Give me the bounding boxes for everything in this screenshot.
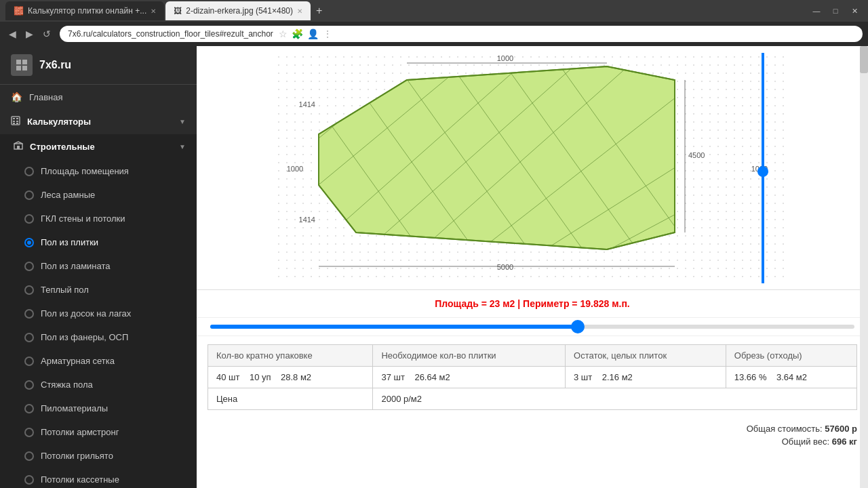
svg-text:1414: 1414 bbox=[299, 100, 315, 108]
chevron-calculators-icon: ▼ bbox=[179, 118, 186, 125]
address-bar: ◀ ▶ ↺ 7x6.ru/calculators_construction_fl… bbox=[0, 22, 868, 46]
radio-ceilings-cassette bbox=[24, 475, 34, 485]
radio-room-area bbox=[24, 167, 34, 176]
cell-waste: 13.66 % 3.64 м2 bbox=[726, 367, 856, 388]
svg-text:4500: 4500 bbox=[688, 151, 705, 159]
total-weight-label: Общий вес: bbox=[782, 436, 830, 447]
svg-rect-3 bbox=[22, 66, 27, 70]
sidebar-item-warm-floor[interactable]: Теплый пол bbox=[0, 278, 197, 302]
home-icon: 🏠 bbox=[11, 92, 22, 102]
sidebar-item-floor-plywood[interactable]: Пол из фанеры, ОСП bbox=[0, 325, 197, 349]
area-perimeter-text: Площадь = 23 м2 | Периметр = 19.828 м.п. bbox=[435, 298, 629, 309]
sidebar-item-floor-laminate-label: Пол из ламината bbox=[41, 261, 111, 271]
sidebar-item-floor-tile[interactable]: Пол из плитки bbox=[0, 230, 197, 254]
content-area: 1000 4500 5000 1414 1414 1000 1000 bbox=[197, 46, 868, 488]
floor-plan-canvas: 1000 4500 5000 1414 1414 1000 1000 bbox=[197, 46, 868, 290]
sidebar-item-floor-plywood-label: Пол из фанеры, ОСП bbox=[41, 332, 128, 342]
sidebar-item-floor-boards[interactable]: Пол из досок на лагах bbox=[0, 302, 197, 325]
cell-qty-pcs-packs-sqm: 40 шт 10 уп 28.8 м2 bbox=[208, 367, 373, 388]
sidebar-item-floor-tile-label: Пол из плитки bbox=[41, 237, 98, 247]
sidebar-item-scaffolding-label: Леса рамные bbox=[41, 190, 95, 200]
nav-buttons: ◀ ▶ ↺ bbox=[5, 27, 54, 41]
page-scrollbar[interactable] bbox=[860, 46, 868, 488]
radio-floor-screed bbox=[24, 380, 34, 390]
sidebar-item-room-area-label: Площадь помещения bbox=[41, 166, 129, 176]
sidebar-logo[interactable]: 7х6.ru bbox=[0, 46, 197, 85]
extensions-icon[interactable]: 🧩 bbox=[292, 28, 303, 39]
radio-floor-tile bbox=[24, 238, 34, 247]
svg-rect-0 bbox=[16, 60, 21, 64]
needed-pcs: 37 шт bbox=[381, 372, 404, 382]
table-row-data: 40 шт 10 уп 28.8 м2 37 шт 26.64 м2 3 шт bbox=[208, 367, 857, 388]
tab-1-close[interactable]: ✕ bbox=[151, 7, 156, 15]
sidebar-item-rebar-mesh[interactable]: Арматурная сетка bbox=[0, 349, 197, 373]
sidebar-item-room-area[interactable]: Площадь помещения bbox=[0, 159, 197, 183]
new-tab-button[interactable]: + bbox=[312, 5, 326, 17]
svg-rect-5 bbox=[13, 118, 15, 119]
page-scrollbar-thumb[interactable] bbox=[860, 46, 868, 73]
logo-icon bbox=[11, 54, 33, 76]
menu-icon[interactable]: ⋮ bbox=[323, 28, 332, 39]
back-button[interactable]: ◀ bbox=[5, 27, 20, 41]
remain-pcs: 3 шт bbox=[574, 372, 592, 382]
sidebar-item-home-label: Главная bbox=[29, 92, 62, 102]
sidebar-item-floor-laminate[interactable]: Пол из ламината bbox=[0, 254, 197, 278]
maximize-button[interactable]: □ bbox=[827, 3, 844, 19]
waste-sqm: 3.64 м2 bbox=[776, 372, 807, 382]
svg-rect-7 bbox=[13, 121, 15, 122]
svg-text:1000: 1000 bbox=[287, 165, 303, 173]
tab-2-favicon: 🖼 bbox=[174, 6, 182, 16]
sidebar-item-floor-screed[interactable]: Стяжка пола bbox=[0, 373, 197, 396]
slider-track[interactable] bbox=[210, 325, 854, 329]
svg-rect-1 bbox=[22, 60, 27, 64]
tab-2[interactable]: 🖼 2-dizain-erkera.jpg (541×480) ✕ bbox=[165, 1, 311, 20]
total-weight-value: 696 кг bbox=[832, 436, 857, 447]
bookmark-icon[interactable]: ☆ bbox=[279, 28, 288, 39]
sidebar-item-home[interactable]: 🏠 Главная bbox=[0, 85, 197, 109]
sidebar-item-rebar-mesh-label: Арматурная сетка bbox=[41, 356, 115, 366]
cell-remain: 3 шт 2.16 м2 bbox=[566, 367, 726, 388]
forward-button[interactable]: ▶ bbox=[22, 27, 37, 41]
svg-rect-9 bbox=[13, 123, 15, 124]
col-header-2: Необходимое кол-во плитки bbox=[373, 345, 566, 367]
col-header-3: Остаток, целых плиток bbox=[566, 345, 726, 367]
minimize-button[interactable]: — bbox=[808, 3, 825, 19]
svg-text:1000: 1000 bbox=[497, 54, 513, 62]
logo-text: 7х6.ru bbox=[39, 59, 71, 71]
sidebar-item-gkl-label: ГКЛ стены и потолки bbox=[41, 214, 125, 224]
construction-icon bbox=[14, 141, 23, 152]
sidebar-item-warm-floor-label: Теплый пол bbox=[41, 285, 89, 295]
sidebar-item-calculators-label: Калькуляторы bbox=[27, 117, 91, 127]
sidebar-item-ceilings-grill[interactable]: Потолки грильято bbox=[0, 444, 197, 468]
sidebar-item-ceilings-grill-label: Потолки грильято bbox=[41, 451, 113, 461]
radio-rebar-mesh bbox=[24, 357, 34, 366]
tab-1-label: Калькулятор плитки онлайн +... bbox=[28, 6, 146, 16]
slider-container bbox=[197, 318, 868, 336]
sidebar-item-construction[interactable]: Строительные ▼ bbox=[0, 134, 197, 159]
qty-pcs: 40 шт bbox=[216, 372, 239, 382]
sidebar-item-calculators[interactable]: Калькуляторы ▼ bbox=[0, 109, 197, 134]
url-box[interactable]: 7x6.ru/calculators_construction_floor_ti… bbox=[60, 26, 863, 42]
tab-2-label: 2-dizain-erkera.jpg (541×480) bbox=[186, 6, 293, 16]
svg-rect-4 bbox=[12, 117, 20, 125]
submenu-construction: Строительные ▼ Площадь помещения Леса ра… bbox=[0, 134, 197, 488]
sidebar-item-ceilings-armstrong[interactable]: Потолки армстронг bbox=[0, 420, 197, 444]
sidebar-item-scaffolding[interactable]: Леса рамные bbox=[0, 183, 197, 207]
refresh-button[interactable]: ↺ bbox=[39, 27, 54, 41]
profile-icon[interactable]: 👤 bbox=[307, 28, 319, 39]
sidebar-item-ceilings-armstrong-label: Потолки армстронг bbox=[41, 427, 119, 437]
tab-2-close[interactable]: ✕ bbox=[297, 7, 302, 15]
sidebar-item-gkl[interactable]: ГКЛ стены и потолки bbox=[0, 207, 197, 230]
slider-thumb[interactable] bbox=[571, 320, 585, 333]
sidebar-item-ceilings-cassette[interactable]: Потолки кассетные bbox=[0, 468, 197, 488]
tab-bar: 🧱 Калькулятор плитки онлайн +... ✕ 🖼 2-d… bbox=[5, 0, 326, 22]
sidebar-item-lumber[interactable]: Пиломатериалы bbox=[0, 396, 197, 420]
close-button[interactable]: ✕ bbox=[846, 3, 863, 19]
tab-1[interactable]: 🧱 Калькулятор плитки онлайн +... ✕ bbox=[5, 1, 164, 20]
main-layout: 7х6.ru 🏠 Главная Калькуляторы ▼ Строител… bbox=[0, 46, 868, 488]
svg-rect-10 bbox=[16, 123, 18, 124]
cell-needed: 37 шт 26.64 м2 bbox=[373, 367, 566, 388]
radio-scaffolding bbox=[24, 190, 34, 200]
slider-fill bbox=[210, 325, 578, 329]
sidebar-item-floor-screed-label: Стяжка пола bbox=[41, 380, 93, 390]
